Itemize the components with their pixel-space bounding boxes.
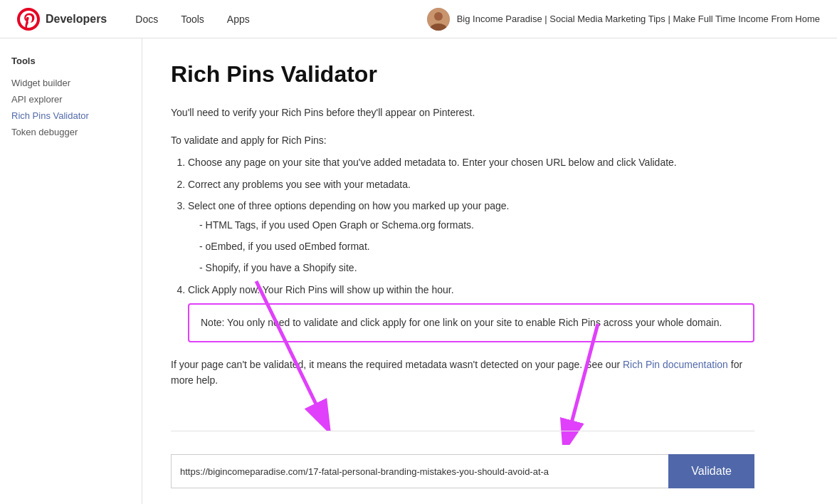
sidebar-item-api-explorer[interactable]: API explorer [11,91,130,107]
step-2: Correct any problems you see with your m… [188,177,754,192]
sub-option-1: HTML Tags, if you used Open Graph or Sch… [199,217,754,233]
step-4: Click Apply now. Your Rich Pins will sho… [188,282,754,342]
input-row: Validate [171,431,754,488]
header: Developers Docs Tools Apps Big Income Pa… [0,0,837,38]
nav-apps[interactable]: Apps [227,14,250,25]
nav-docs[interactable]: Docs [135,14,158,25]
intro-text: You'll need to verify your Rich Pins bef… [171,105,754,120]
steps-list: Choose any page on your site that you've… [188,154,754,342]
sub-options: HTML Tags, if you used Open Graph or Sch… [199,217,754,276]
page-title: Rich Pins Validator [171,61,754,88]
arrow-container: Validate [171,431,754,488]
main-content: Rich Pins Validator You'll need to verif… [142,38,783,504]
user-section: Big Income Paradise | Social Media Marke… [427,8,820,31]
note-text: Note: You only need to validate and clic… [201,317,722,328]
svg-point-2 [434,12,443,21]
url-input[interactable] [171,454,668,488]
rich-pin-docs-link[interactable]: Rich Pin documentation [623,359,728,370]
step-1: Choose any page on your site that you've… [188,154,754,170]
logo[interactable]: Developers [17,8,107,31]
sidebar-item-rich-pins-validator[interactable]: Rich Pins Validator [11,107,130,124]
user-name: Big Income Paradise | Social Media Marke… [457,14,820,24]
footer-text: If your page can't be validated, it mean… [171,357,754,389]
steps-intro: To validate and apply for Rich Pins: [171,135,754,146]
sidebar-item-token-debugger[interactable]: Token debugger [11,124,130,140]
sub-option-2: oEmbed, if you used oEmbed format. [199,238,754,254]
layout: Tools Widget builder API explorer Rich P… [0,38,837,504]
step-3: Select one of three options depending on… [188,198,754,276]
sidebar-item-widget-builder[interactable]: Widget builder [11,75,130,91]
pinterest-logo-icon [17,8,40,31]
validate-button[interactable]: Validate [668,454,754,488]
header-nav: Docs Tools Apps [135,14,426,25]
sub-option-3: Shopify, if you have a Shopify site. [199,260,754,275]
brand-name: Developers [46,13,107,26]
sidebar-section-title: Tools [11,56,130,66]
note-box: Note: You only need to validate and clic… [188,303,754,342]
sidebar: Tools Widget builder API explorer Rich P… [0,38,142,504]
nav-tools[interactable]: Tools [181,14,204,25]
avatar[interactable] [427,8,450,31]
